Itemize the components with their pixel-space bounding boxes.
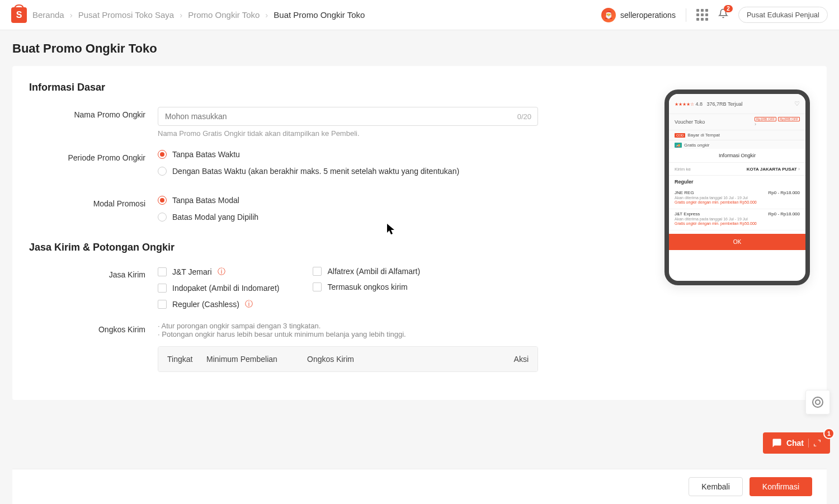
th-minimum: Minimum Pembelian xyxy=(206,355,307,364)
radio-icon xyxy=(158,150,167,159)
th-aksi: Aksi xyxy=(484,355,529,364)
username: selleroperations xyxy=(620,11,676,20)
ship-name: J&T Express xyxy=(675,211,700,216)
checkbox-label: J&T Jemari xyxy=(172,267,212,276)
apps-icon[interactable] xyxy=(696,9,708,21)
ship-eta: Akan diterima pada tanggal 16 Jul - 19 J… xyxy=(675,196,800,200)
chat-badge: 1 xyxy=(823,428,835,439)
checkbox-termasuk-ongkir[interactable]: Termasuk ongkos kirim xyxy=(313,282,420,291)
breadcrumb: S Beranda › Pusat Promosi Toko Saya › Pr… xyxy=(11,7,365,23)
radio-period-limited[interactable]: Dengan Batas Waktu (akan berakhir maks. … xyxy=(158,167,538,176)
ship-price: Rp0 - Rp18.000 xyxy=(769,190,800,195)
page-content: Buat Promo Ongkir Toko Informasi Dasar N… xyxy=(0,30,839,467)
checkbox-icon xyxy=(313,282,322,291)
crumb-current: Buat Promo Ongkir Toko xyxy=(274,10,365,20)
chevron-right-icon: › xyxy=(70,10,73,20)
phone-frame: ★★★★☆ 4.8 376,7RB Terjual ♡ Voucher Toko… xyxy=(664,90,810,285)
logo[interactable]: S xyxy=(11,7,27,23)
logo-letter: S xyxy=(16,10,22,20)
checkbox-icon xyxy=(158,300,167,309)
notification-badge: 2 xyxy=(724,5,733,12)
preview-ok-button: OK xyxy=(669,234,805,250)
preview-reguler-heading: Reguler xyxy=(669,175,805,188)
ongkos-table: Tingkat Minimum Pembelian Ongkos Kirim A… xyxy=(158,346,538,372)
chevron-right-icon: › xyxy=(798,166,800,172)
radio-period-unlimited[interactable]: Tanpa Batas Waktu xyxy=(158,150,538,159)
crumb-home[interactable]: Beranda xyxy=(32,10,64,20)
checkbox-icon xyxy=(158,267,167,276)
label-jasa-kirim: Jasa Kirim xyxy=(29,267,158,279)
cod-badge-icon: COD xyxy=(675,133,685,138)
promo-name-input[interactable] xyxy=(158,107,538,126)
ship-promo: Gratis ongkir dengan min. pembelian Rp50… xyxy=(675,222,800,225)
char-counter: 0/20 xyxy=(517,112,531,121)
row-ongkos-kirim: Ongkos Kirim Atur porongan ongkir sampai… xyxy=(29,322,810,372)
phone-preview: ★★★★☆ 4.8 376,7RB Terjual ♡ Voucher Toko… xyxy=(664,90,810,285)
ship-price: Rp0 - Rp18.000 xyxy=(769,211,800,216)
checkbox-icon xyxy=(158,284,167,293)
ongkos-help-list: Atur porongan ongkir sampai dengan 3 tin… xyxy=(158,322,538,338)
checkbox-label: Termasuk ongkos kirim xyxy=(327,282,407,291)
voucher-tag: Rp2RB OFF xyxy=(778,117,800,121)
star-icon: ★★★★☆ xyxy=(675,102,694,107)
chat-widget[interactable]: Chat 1 xyxy=(763,432,830,454)
table-header: Tingkat Minimum Pembelian Ongkos Kirim A… xyxy=(158,347,538,371)
heart-icon: ♡ xyxy=(794,100,800,107)
th-ongkos: Ongkos Kirim xyxy=(307,355,484,364)
user-menu[interactable]: 🎅 selleroperations xyxy=(601,8,676,22)
radio-label: Dengan Batas Waktu (akan berakhir maks. … xyxy=(172,167,459,176)
preview-kirimke-label: Kirim ke xyxy=(675,167,691,172)
notification-bell-icon[interactable]: 2 xyxy=(718,8,728,21)
chevron-right-icon: › xyxy=(180,10,182,20)
preview-modal-title: Informasi Ongkir xyxy=(669,149,805,163)
checkbox-label: Alfatrex (Ambil di Alfamart) xyxy=(327,267,420,276)
radio-label: Batas Modal yang Dipilih xyxy=(172,213,258,222)
education-center-button[interactable]: Pusat Edukasi Penjual xyxy=(738,7,828,23)
checkbox-alfatrex[interactable]: Alfatrex (Ambil di Alfamart) xyxy=(313,267,420,276)
preview-voucher-label: Voucher Toko xyxy=(675,119,705,125)
checkbox-icon xyxy=(313,267,322,276)
ship-name: JNE REG xyxy=(675,190,694,195)
checkbox-reguler-cashless[interactable]: Reguler (Cashless) ⓘ xyxy=(158,299,279,309)
preview-sold: 376,7RB Terjual xyxy=(707,101,743,107)
top-header: S Beranda › Pusat Promosi Toko Saya › Pr… xyxy=(0,0,839,30)
checkbox-jt-jemari[interactable]: J&T Jemari ⓘ xyxy=(158,267,279,277)
alert-icon: ⓘ xyxy=(245,299,253,309)
voucher-tag: Rp1RB OFF xyxy=(755,117,776,121)
radio-label: Tanpa Batas Modal xyxy=(172,196,239,205)
radio-label: Tanpa Batas Waktu xyxy=(172,150,240,159)
truck-icon: 🚚 xyxy=(675,143,682,148)
avatar: 🎅 xyxy=(601,8,616,22)
crumb-promo-center[interactable]: Pusat Promosi Toko Saya xyxy=(78,10,174,20)
radio-modal-unlimited[interactable]: Tanpa Batas Modal xyxy=(158,196,538,205)
help-line: Atur porongan ongkir sampai dengan 3 tin… xyxy=(158,322,538,330)
label-promo-name: Nama Promo Ongkir xyxy=(29,107,158,119)
checkbox-indopaket[interactable]: Indopaket (Ambil di Indomaret) xyxy=(158,284,279,293)
ship-eta: Akan diterima pada tanggal 16 Jul - 19 J… xyxy=(675,217,800,221)
preview-city: KOTA JAKARTA PUSAT xyxy=(747,167,797,172)
divider xyxy=(808,439,809,448)
label-ongkos-kirim: Ongkos Kirim xyxy=(29,322,158,334)
radio-icon xyxy=(158,213,167,222)
preview-gratis-label: Gratis ongkir xyxy=(684,143,709,148)
chevron-right-icon: › xyxy=(755,121,756,127)
crumb-promo-ongkir[interactable]: Promo Ongkir Toko xyxy=(188,10,260,20)
checkbox-label: Reguler (Cashless) xyxy=(172,300,239,309)
header-actions: 🎅 selleroperations 2 Pusat Edukasi Penju… xyxy=(601,7,828,23)
promo-name-help: Nama Promo Gratis Ongkir tidak akan dita… xyxy=(158,129,538,138)
th-tingkat: Tingkat xyxy=(167,355,206,364)
radio-icon xyxy=(158,167,167,176)
expand-icon xyxy=(813,439,821,447)
preview-cod-label: Bayar di Tempat xyxy=(687,133,720,138)
help-line: Potongan ongkir harus lebih besar untuk … xyxy=(158,330,538,338)
radio-modal-limited[interactable]: Batas Modal yang Dipilih xyxy=(158,213,538,222)
chat-label: Chat xyxy=(786,439,804,448)
alert-icon: ⓘ xyxy=(218,267,225,277)
page-title: Buat Promo Ongkir Toko xyxy=(12,41,827,56)
chevron-right-icon: › xyxy=(265,10,268,20)
ship-promo: Gratis ongkir dengan min. pembelian Rp50… xyxy=(675,200,800,204)
help-circle-icon xyxy=(812,397,823,408)
checkbox-label: Indopaket (Ambil di Indomaret) xyxy=(172,284,279,293)
help-float-button[interactable] xyxy=(805,390,830,414)
chat-icon xyxy=(772,438,782,448)
